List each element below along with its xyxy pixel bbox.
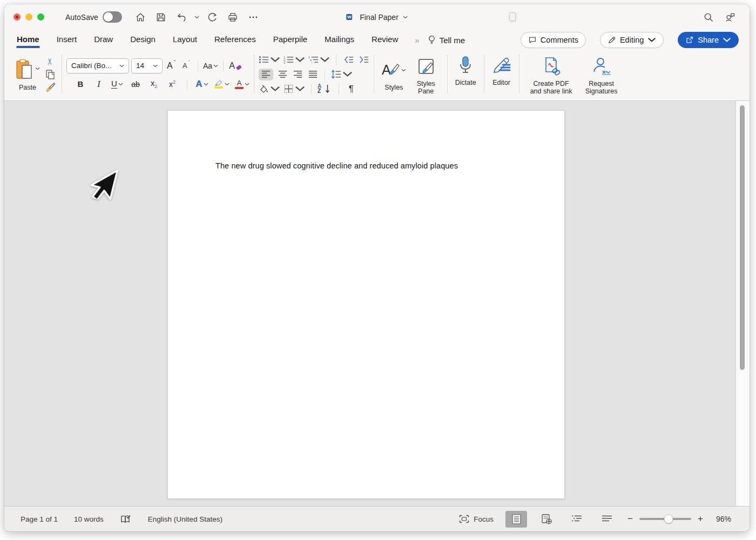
justify-button[interactable] bbox=[307, 69, 319, 80]
word-window: AutoSave W Final Paper bbox=[4, 4, 750, 531]
print-layout-icon bbox=[512, 514, 521, 524]
dictate-button[interactable]: Dictate bbox=[452, 51, 480, 97]
zoom-out-button[interactable]: − bbox=[626, 514, 634, 524]
font-name-select[interactable]: Calibri (Bo... bbox=[66, 58, 129, 73]
multilevel-list-button[interactable]: 1ai bbox=[308, 54, 330, 66]
tab-draw[interactable]: Draw bbox=[93, 32, 113, 48]
redo-button[interactable] bbox=[205, 10, 220, 25]
web-layout-view-button[interactable] bbox=[536, 511, 557, 528]
send-feedback-button[interactable] bbox=[725, 12, 735, 23]
shrink-font-button[interactable]: Aˇ bbox=[180, 59, 193, 72]
paste-button[interactable]: Paste bbox=[12, 56, 43, 92]
bullet-list-button[interactable] bbox=[259, 54, 280, 66]
sort-button[interactable]: AZ bbox=[318, 83, 333, 95]
language-status[interactable]: English (United States) bbox=[148, 515, 222, 523]
print-layout-view-button[interactable] bbox=[505, 511, 527, 528]
align-right-button[interactable] bbox=[292, 69, 303, 80]
tab-insert[interactable]: Insert bbox=[56, 32, 78, 48]
undo-button[interactable] bbox=[174, 10, 189, 25]
document-title: Final Paper bbox=[360, 13, 399, 22]
decrease-indent-button[interactable] bbox=[342, 54, 354, 66]
highlight-color-button[interactable] bbox=[214, 78, 230, 91]
zoom-level[interactable]: 96% bbox=[710, 515, 731, 523]
text-effects-button[interactable]: A bbox=[195, 78, 208, 91]
zoom-in-button[interactable]: + bbox=[697, 514, 704, 524]
vertical-scrollbar-track[interactable] bbox=[735, 101, 750, 506]
request-signatures-button[interactable]: Request Signatures bbox=[579, 52, 624, 97]
numbered-list-button[interactable]: 123 bbox=[284, 54, 305, 66]
autosave-toggle[interactable] bbox=[103, 11, 122, 23]
signature-person-icon bbox=[592, 57, 611, 76]
home-button[interactable] bbox=[133, 10, 148, 25]
strikethrough-button[interactable]: ab bbox=[129, 78, 142, 91]
search-icon bbox=[703, 12, 714, 23]
document-page[interactable]: The new drug slowed cognitive decline an… bbox=[167, 110, 565, 499]
minimize-window-button[interactable] bbox=[25, 14, 32, 21]
borders-icon bbox=[284, 84, 294, 93]
change-case-button[interactable]: Aa bbox=[203, 59, 218, 72]
styles-pane-button[interactable]: Styles Pane bbox=[409, 52, 443, 97]
bold-button[interactable]: B bbox=[74, 78, 87, 91]
tab-layout[interactable]: Layout bbox=[172, 32, 198, 48]
zoom-window-button[interactable] bbox=[37, 14, 44, 21]
tab-paperpile[interactable]: Paperpile bbox=[273, 32, 308, 48]
align-center-button[interactable] bbox=[276, 69, 288, 80]
tab-overflow-chevrons[interactable]: » bbox=[415, 36, 420, 45]
comment-bubble-icon bbox=[528, 36, 537, 44]
document-body-text[interactable]: The new drug slowed cognitive decline an… bbox=[168, 111, 564, 170]
focus-mode-button[interactable]: Focus bbox=[459, 515, 494, 523]
editing-mode-button[interactable]: Editing bbox=[600, 32, 664, 48]
tab-home[interactable]: Home bbox=[16, 32, 40, 48]
align-left-button[interactable] bbox=[259, 69, 273, 80]
font-size-select[interactable]: 14 bbox=[131, 58, 163, 73]
more-commands-button[interactable] bbox=[246, 10, 261, 25]
page-count[interactable]: Page 1 of 1 bbox=[21, 515, 58, 523]
styles-button[interactable]: A Styles bbox=[379, 56, 409, 92]
underline-button[interactable]: U bbox=[111, 78, 124, 91]
chevron-down-icon bbox=[213, 64, 218, 68]
borders-button[interactable] bbox=[284, 83, 305, 95]
chevron-down-icon bbox=[320, 55, 330, 64]
clear-formatting-button[interactable]: A bbox=[228, 59, 241, 72]
tab-review[interactable]: Review bbox=[371, 32, 399, 48]
tab-mailings[interactable]: Mailings bbox=[324, 32, 355, 48]
proofing-status-button[interactable] bbox=[120, 514, 132, 524]
zoom-slider-thumb[interactable] bbox=[664, 515, 673, 524]
search-button[interactable] bbox=[703, 12, 714, 23]
superscript-button[interactable]: x2 bbox=[166, 78, 179, 91]
copy-button[interactable] bbox=[43, 68, 57, 81]
show-formatting-marks-button[interactable]: ¶ bbox=[345, 83, 357, 95]
lightbulb-icon bbox=[428, 35, 436, 45]
chevron-down-icon bbox=[245, 83, 249, 86]
save-button[interactable] bbox=[153, 10, 168, 25]
zoom-slider[interactable] bbox=[639, 518, 691, 520]
draft-view-button[interactable] bbox=[596, 511, 618, 528]
comments-button[interactable]: Comments bbox=[521, 32, 586, 48]
print-button[interactable] bbox=[225, 10, 240, 25]
outline-view-button[interactable] bbox=[566, 511, 588, 528]
editor-button[interactable]: Editor bbox=[489, 51, 515, 97]
scissors-icon: ✂ bbox=[45, 58, 56, 65]
svg-text:3: 3 bbox=[284, 61, 285, 64]
shading-button[interactable] bbox=[259, 83, 280, 95]
italic-button[interactable]: I bbox=[92, 78, 105, 91]
share-button[interactable]: Share bbox=[678, 32, 739, 48]
cut-button[interactable]: ✂ bbox=[43, 55, 57, 68]
bullet-list-icon bbox=[259, 55, 269, 64]
increase-indent-button[interactable] bbox=[357, 54, 369, 66]
close-window-button[interactable] bbox=[14, 14, 21, 21]
tab-references[interactable]: References bbox=[214, 32, 256, 48]
undo-dropdown-chevron-icon[interactable] bbox=[194, 16, 199, 19]
font-color-button[interactable]: A bbox=[235, 78, 249, 91]
vertical-scrollbar-thumb[interactable] bbox=[740, 105, 745, 370]
format-painter-button[interactable] bbox=[43, 81, 57, 94]
line-spacing-button[interactable] bbox=[331, 69, 353, 80]
grow-font-button[interactable]: Aˆ bbox=[165, 59, 178, 72]
create-pdf-share-link-button[interactable]: Create PDF and share link bbox=[524, 52, 579, 97]
tell-me-button[interactable]: Tell me bbox=[428, 35, 465, 45]
tab-design[interactable]: Design bbox=[130, 32, 156, 48]
subscript-button[interactable]: x2 bbox=[147, 78, 160, 91]
document-title-area[interactable]: W Final Paper bbox=[346, 4, 408, 30]
paint-bucket-icon bbox=[259, 84, 269, 93]
word-count[interactable]: 10 words bbox=[74, 515, 104, 523]
